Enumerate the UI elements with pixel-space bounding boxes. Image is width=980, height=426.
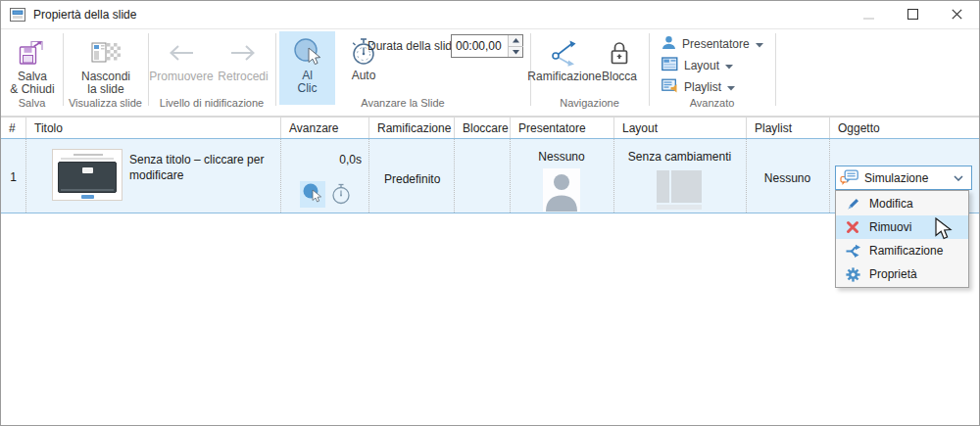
advance-on-click-toggle[interactable] <box>300 181 325 208</box>
spin-up-button[interactable] <box>509 35 523 46</box>
menu-item-label: Proprietà <box>869 267 917 281</box>
minimize-button <box>847 1 891 29</box>
demote-label: Retrocedi <box>218 71 268 83</box>
header-ramificazione: Ramificazione <box>368 118 454 139</box>
lock-button[interactable]: Blocca <box>600 32 639 83</box>
header-layout: Layout <box>613 118 746 139</box>
on-click-button[interactable]: Al Clic <box>279 31 335 105</box>
group-label-navigazione: Navigazione <box>530 96 649 111</box>
row-playlist: Nessuno <box>746 171 829 185</box>
menu-item-label: Modifica <box>869 197 913 211</box>
maximize-button[interactable] <box>891 1 935 29</box>
stopwatch-small-icon <box>330 194 352 208</box>
row-title[interactable]: Senza titolo – cliccare per modificare <box>129 152 291 183</box>
menu-item-label: Rimuovi <box>869 220 911 234</box>
layout-label: Layout <box>684 59 719 72</box>
duration-value: 00:00,00 <box>456 35 502 57</box>
arrow-right-icon <box>228 36 258 70</box>
chevron-down-icon <box>727 80 735 94</box>
layout-placeholder-icon <box>657 170 702 210</box>
header-bloccare: Bloccare <box>454 118 510 139</box>
table-row[interactable]: 1 Senza titolo – cliccare per modificare… <box>1 138 979 213</box>
menu-item-proprieta[interactable]: Proprietà <box>836 262 968 286</box>
lock-label: Blocca <box>602 71 637 83</box>
spin-down-button[interactable] <box>509 46 523 57</box>
lock-icon <box>607 36 632 70</box>
duration-spinbox[interactable]: 00:00,00 <box>451 34 523 58</box>
hide-slide-icon <box>91 36 121 70</box>
header-avanzare: Avanzare <box>280 118 368 139</box>
demote-button: Retrocedi <box>214 32 272 83</box>
menu-item-label: Ramificazione <box>869 244 943 258</box>
layout-dropdown[interactable]: Layout <box>662 57 733 74</box>
branching-button[interactable]: Ramificazione <box>530 32 599 83</box>
mouse-cursor <box>935 217 955 244</box>
save-close-label: Salva & Chiudi <box>10 71 54 96</box>
on-click-small-icon <box>302 182 323 207</box>
row-number: 1 <box>1 170 25 184</box>
close-button[interactable] <box>935 1 979 29</box>
object-combobox-value: Simulazione <box>864 171 954 185</box>
advance-auto-toggle[interactable] <box>330 183 352 208</box>
row-advance-time: 0,0s <box>280 153 362 166</box>
save-icon <box>18 36 47 70</box>
on-click-label: Al Clic <box>298 70 318 95</box>
window-icon <box>10 8 25 22</box>
presenter-label: Presentatore <box>682 37 750 51</box>
header-titolo: Titolo <box>25 118 280 139</box>
promote-label: Promuovere <box>149 71 213 83</box>
group-label-salva: Salva <box>1 96 63 111</box>
header-oggetto: Oggetto <box>829 118 980 139</box>
remove-icon <box>840 220 865 234</box>
simulation-icon <box>840 169 858 186</box>
promote-button: Promuovere <box>150 32 213 83</box>
chevron-down-icon <box>725 59 733 72</box>
group-label-visualizza: Visualizza slide <box>63 96 148 111</box>
window-title: Propiertà della slide <box>33 8 136 22</box>
row-layout: Senza cambiamenti <box>613 150 746 164</box>
menu-item-modifica[interactable]: Modifica <box>836 192 968 215</box>
branching-small-icon <box>840 244 865 259</box>
branching-label: Ramificazione <box>527 71 601 83</box>
header-playlist: Playlist <box>746 118 829 139</box>
titlebar: Propiertà della slide <box>1 1 979 29</box>
auto-label: Auto <box>352 70 376 82</box>
group-label-nidificazione: Livello di nidificazione <box>148 96 275 111</box>
header-presentatore: Presentatore <box>510 118 613 139</box>
playlist-icon <box>662 78 678 96</box>
hide-slide-label: Nascondi la slide <box>81 71 130 96</box>
presenter-placeholder-icon <box>543 168 580 212</box>
gear-icon <box>840 267 865 282</box>
branching-icon <box>549 36 580 70</box>
chevron-down-icon <box>756 37 763 51</box>
duration-spin-buttons <box>508 35 522 57</box>
presenter-icon <box>662 35 676 53</box>
layout-icon <box>662 57 678 74</box>
group-label-avanzare: Avanzare la Slide <box>275 96 530 111</box>
slide-thumbnail-button <box>81 195 94 199</box>
maximize-icon <box>907 9 918 23</box>
save-close-button[interactable]: Salva & Chiudi <box>4 32 61 96</box>
playlist-label: Playlist <box>684 80 721 94</box>
minimize-icon <box>863 9 874 23</box>
table-header: # Titolo Avanzare Ramificazione Bloccare… <box>1 117 979 138</box>
hide-slide-button[interactable]: Nascondi la slide <box>67 32 145 96</box>
combobox-chevron-icon <box>954 175 963 181</box>
pencil-icon <box>840 197 865 212</box>
slide-thumbnail[interactable] <box>52 149 122 201</box>
slide-properties-dialog: Propiertà della slide <box>0 0 980 426</box>
ribbon: Salva & Chiudi Salva <box>1 29 979 117</box>
slide-thumbnail-screen <box>58 162 117 193</box>
row-presenter: Nessuno <box>510 150 613 164</box>
header-number: # <box>1 118 25 139</box>
duration-label: Durata della slide: <box>368 39 462 53</box>
object-combobox[interactable]: Simulazione <box>835 166 972 190</box>
playlist-dropdown[interactable]: Playlist <box>662 78 735 96</box>
row-branching: Predefinito <box>384 172 440 186</box>
arrow-left-icon <box>167 36 196 70</box>
close-icon <box>952 9 962 23</box>
on-click-icon <box>292 35 323 69</box>
group-label-avanzato: Avanzato <box>649 96 775 111</box>
presenter-dropdown[interactable]: Presentatore <box>662 35 763 53</box>
